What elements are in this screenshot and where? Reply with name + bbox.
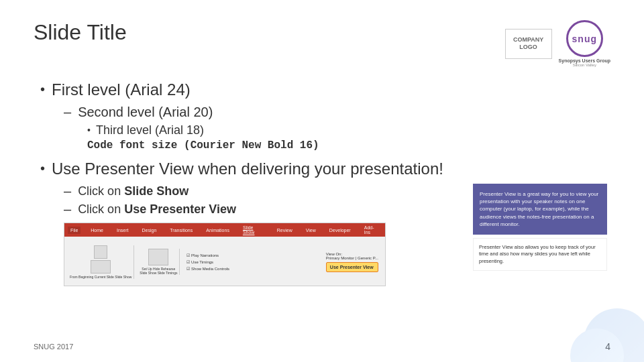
section2: • Use Presenter View when delivering you… bbox=[40, 160, 610, 286]
ribbon-mockup: File Home Insert Design Transitions Anim… bbox=[64, 223, 385, 286]
snug-circle: snug bbox=[566, 20, 603, 57]
bottom-area: –Click on Slide Show –Click on Use Prese… bbox=[40, 184, 610, 286]
bullet-dot-icon2: • bbox=[40, 161, 45, 176]
ribbon-body: From Beginning Current Slide Slide Show … bbox=[64, 237, 385, 286]
bullet-l3-text: Third level (Arial 18) bbox=[96, 123, 204, 137]
slide: Slide Title COMPANY LOGO snug Synopsys U… bbox=[0, 0, 644, 362]
ribbon-label2: Set Up Hide RehearseSlide Show Slide Tim… bbox=[140, 267, 177, 275]
logo-area: COMPANY LOGO snug Synopsys Users Group S… bbox=[505, 20, 610, 67]
slide-title: Slide Title bbox=[34, 20, 127, 45]
ribbon-icon1 bbox=[94, 245, 107, 259]
ribbon-monitor-label: View On:Primary Monitor | Generic P... bbox=[326, 252, 378, 260]
slide-content: • First level (Arial 24) – Second level … bbox=[34, 80, 610, 286]
ribbon-icon3 bbox=[148, 249, 168, 265]
decorative-corner bbox=[564, 308, 644, 362]
bullet-l2-text: Second level (Arial 20) bbox=[78, 105, 213, 120]
ribbon-tab-animations: Animations bbox=[203, 227, 233, 234]
snug-subtitle-small: Silicon Valley bbox=[573, 63, 596, 67]
ribbon-tab-addins: Add-Ins bbox=[361, 224, 382, 236]
instructions-column: –Click on Slide Show –Click on Use Prese… bbox=[40, 184, 463, 286]
ribbon-tab-file: File bbox=[68, 227, 80, 234]
bullet-l1-text2: Use Presenter View when delivering your … bbox=[52, 160, 443, 178]
use-presenter-view-btn: Use Presenter View bbox=[326, 262, 378, 272]
presenter-instructions: –Click on Slide Show –Click on Use Prese… bbox=[64, 184, 463, 217]
ribbon-tab-view: View bbox=[303, 227, 319, 234]
ribbon-check3: ☑ Show Media Controls bbox=[186, 266, 319, 271]
ribbon-screenshot: File Home Insert Design Transitions Anim… bbox=[64, 223, 386, 286]
ribbon-icon2 bbox=[91, 260, 111, 274]
dash-icon: – bbox=[64, 105, 71, 120]
ribbon-tab-developer: Developer bbox=[326, 227, 354, 234]
ribbon-tab-review: Review bbox=[274, 227, 296, 234]
bullet-dot-icon: • bbox=[40, 82, 45, 97]
footer-text: SNUG 2017 bbox=[34, 343, 73, 351]
slide-footer: SNUG 2017 4 bbox=[34, 341, 610, 352]
ribbon-label1: From Beginning Current Slide Slide Show bbox=[70, 275, 131, 279]
ribbon-tab-insert: Insert bbox=[113, 227, 132, 234]
dash-icon2: – bbox=[64, 184, 71, 199]
bullet-level3-item: • Third level (Arial 18) bbox=[87, 123, 610, 137]
bullet-l1-text: First level (Arial 24) bbox=[52, 80, 191, 99]
ribbon-monitors: View On:Primary Monitor | Generic P... U… bbox=[323, 252, 382, 272]
note-boxes: Presenter View is a great way for you to… bbox=[473, 184, 610, 271]
code-text: Code font size (Courier New Bold 16) bbox=[87, 139, 610, 152]
ribbon-section1: From Beginning Current Slide Slide Show bbox=[68, 245, 134, 279]
snug-subtitle: Synopsys Users Group bbox=[559, 58, 610, 63]
ribbon-section2: Set Up Hide RehearseSlide Show Slide Tim… bbox=[138, 249, 180, 275]
ribbon-tab-home: Home bbox=[87, 227, 107, 234]
ribbon-check1: ☑ Play Narrations bbox=[186, 253, 319, 257]
ribbon-tab-bar: File Home Insert Design Transitions Anim… bbox=[64, 223, 385, 237]
instruction-line1: –Click on Slide Show bbox=[64, 184, 463, 199]
ribbon-checkboxes: ☑ Play Narrations ☑ Use Timings ☑ Show M… bbox=[183, 253, 319, 271]
dash-icon3: – bbox=[64, 202, 71, 217]
presenter-note-box1: Presenter View is a great way for you to… bbox=[473, 184, 607, 235]
ribbon-tab-slideshow: Slide Show bbox=[239, 224, 267, 236]
bullet-level1-item: • First level (Arial 24) bbox=[40, 80, 610, 99]
bullet-level2-item: – Second level (Arial 20) bbox=[64, 105, 610, 120]
ribbon-check2: ☑ Use Timings bbox=[186, 259, 319, 264]
small-bullet-icon: • bbox=[87, 125, 91, 135]
instruction-line2: –Click on Use Presenter View bbox=[64, 202, 463, 217]
bullet-level1-item2: • Use Presenter View when delivering you… bbox=[40, 160, 610, 178]
ribbon-tab-transitions: Transitions bbox=[166, 227, 196, 234]
snug-logo: snug Synopsys Users Group Silicon Valley bbox=[559, 20, 610, 67]
company-logo: COMPANY LOGO bbox=[505, 29, 552, 59]
presenter-note-box2: Presenter View also allows you to keep t… bbox=[473, 238, 607, 272]
ribbon-tab-design: Design bbox=[138, 227, 160, 234]
slide-header: Slide Title COMPANY LOGO snug Synopsys U… bbox=[34, 20, 610, 67]
